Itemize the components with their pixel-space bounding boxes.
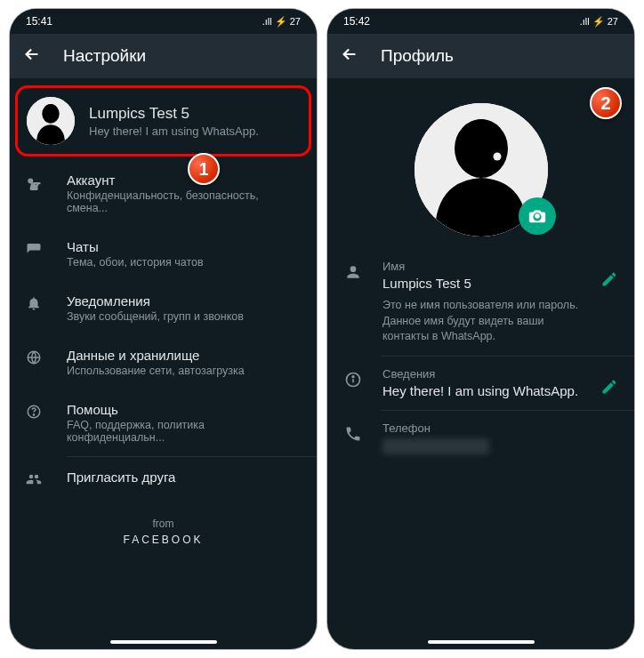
settings-item-chat[interactable]: ЧатыТема, обои, история чатов — [10, 227, 317, 281]
app-header: Профиль — [327, 34, 634, 78]
edit-about-icon[interactable] — [600, 378, 618, 399]
profile-screen: 15:42 .ıll ⚡ 27 Профиль — [327, 9, 634, 649]
svg-point-5 — [493, 153, 501, 161]
app-header: Настройки — [10, 34, 317, 78]
key-icon — [24, 174, 44, 190]
setting-label: Помощь — [67, 402, 302, 417]
annotation-badge-2: 2 — [590, 87, 622, 119]
phone-value-blurred — [382, 438, 489, 454]
info-icon — [343, 371, 363, 389]
chat-icon — [24, 241, 44, 257]
setting-label: Аккаунт — [67, 173, 302, 188]
settings-item-data[interactable]: Данные и хранилищеИспользование сети, ав… — [10, 335, 317, 389]
setting-desc: Звуки сообщений, групп и звонков — [67, 310, 244, 323]
back-icon[interactable] — [22, 44, 42, 68]
svg-point-8 — [352, 375, 354, 377]
status-time: 15:41 — [26, 15, 52, 28]
setting-desc: Конфиденциальность, безопасность, смена.… — [67, 189, 302, 214]
footer-from: from — [10, 518, 317, 530]
setting-desc: FAQ, поддержка, политика конфиденциальн.… — [67, 419, 302, 444]
settings-screen: 15:41 .ıll ⚡ 27 Настройки Lumpics Test — [10, 9, 317, 649]
setting-label: Чаты — [67, 239, 204, 254]
settings-item-bell[interactable]: УведомленияЗвуки сообщений, групп и звон… — [10, 281, 317, 335]
help-icon — [24, 404, 44, 420]
phone-icon — [343, 425, 363, 443]
settings-item-help[interactable]: ПомощьFAQ, поддержка, политика конфиденц… — [10, 389, 317, 456]
profile-photo-section — [327, 78, 634, 249]
profile-status: Hey there! I am using WhatsApp. — [89, 124, 259, 138]
setting-label: Данные и хранилище — [67, 348, 245, 363]
name-value: Lumpics Test 5 — [382, 276, 581, 291]
header-title: Профиль — [381, 46, 454, 66]
status-time: 15:42 — [343, 15, 370, 28]
footer-facebook: FACEBOOK — [10, 534, 317, 546]
setting-desc: Тема, обои, история чатов — [67, 256, 204, 269]
phone-label: Телефон — [382, 421, 618, 435]
data-icon — [24, 349, 44, 365]
setting-desc: Использование сети, автозагрузка — [67, 365, 245, 377]
avatar — [27, 97, 75, 145]
footer: from FACEBOOK — [10, 518, 317, 546]
bell-icon — [24, 295, 44, 311]
phone-field-row[interactable]: Телефон — [327, 411, 634, 465]
nav-pill — [428, 640, 535, 644]
person-icon — [343, 263, 363, 281]
status-indicators: .ıll ⚡ 27 — [262, 16, 301, 28]
people-icon — [24, 471, 44, 487]
setting-label: Уведомления — [67, 293, 244, 309]
about-field-row[interactable]: Сведения Hey there! I am using WhatsApp. — [327, 357, 634, 410]
settings-item-key[interactable]: АккаунтКонфиденциальность, безопасность,… — [10, 160, 317, 227]
name-note: Это не имя пользователя или пароль. Данн… — [382, 298, 581, 345]
nav-pill — [110, 640, 217, 644]
status-indicators: .ıll ⚡ 27 — [580, 16, 618, 28]
name-field-row[interactable]: Имя Lumpics Test 5 Это не имя пользовате… — [327, 249, 634, 356]
profile-name: Lumpics Test 5 — [89, 105, 259, 123]
back-icon[interactable] — [340, 44, 359, 68]
status-bar: 15:41 .ıll ⚡ 27 — [10, 9, 317, 34]
profile-row[interactable]: Lumpics Test 5 Hey there! I am using Wha… — [15, 85, 311, 156]
setting-label: Пригласить друга — [67, 469, 175, 485]
svg-point-3 — [33, 414, 34, 415]
about-label: Сведения — [382, 367, 581, 381]
about-value: Hey there! I am using WhatsApp. — [382, 383, 581, 398]
camera-button[interactable] — [519, 197, 556, 235]
edit-name-icon[interactable] — [600, 270, 618, 292]
settings-item-people[interactable]: Пригласить друга — [10, 457, 317, 500]
name-label: Имя — [382, 260, 581, 273]
header-title: Настройки — [63, 46, 146, 66]
status-bar: 15:42 .ıll ⚡ 27 — [327, 9, 634, 34]
annotation-badge-1: 1 — [188, 153, 220, 185]
